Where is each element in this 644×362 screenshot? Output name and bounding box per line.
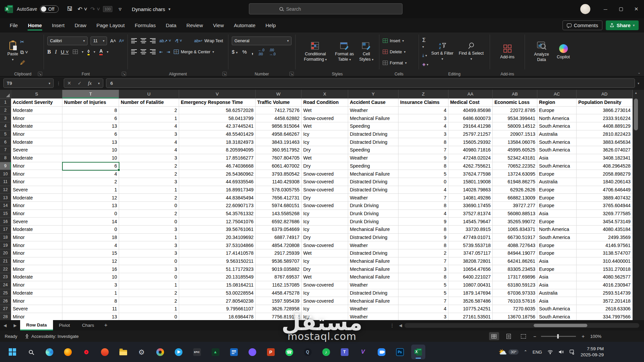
cell-X8[interactable]: Wet: [302, 154, 348, 162]
spotify-icon[interactable]: ♪: [319, 345, 333, 359]
cell-U3[interactable]: 1: [119, 114, 179, 122]
cell-Y4[interactable]: Speeding: [348, 122, 398, 130]
column-header-X[interactable]: X: [302, 90, 348, 99]
cell-AA24[interactable]: 10807.00431: [448, 281, 493, 289]
expand-formula-bar-icon[interactable]: ▾: [638, 81, 641, 85]
weather-widget[interactable]: ⛅30°: [498, 349, 518, 355]
confirm-entry-icon[interactable]: ✓: [77, 80, 82, 86]
cell-AB24[interactable]: 63180.59123: [493, 281, 537, 289]
cell-AB11[interactable]: 61948.86275: [493, 178, 537, 186]
cell-Y14[interactable]: Drunk Driving: [348, 202, 398, 210]
cell-T26[interactable]: 8: [62, 297, 119, 305]
bold-button[interactable]: B: [47, 49, 51, 55]
cell-T16[interactable]: 14: [62, 218, 119, 226]
cell-AC19[interactable]: Europe: [537, 241, 577, 249]
powerpoint-icon[interactable]: P: [264, 345, 278, 359]
font-size-select[interactable]: 11▾: [91, 37, 107, 45]
cell-AA5[interactable]: 25797.21257: [448, 130, 493, 138]
cell-AD24[interactable]: 4016.230947: [577, 281, 633, 289]
photoshop-icon[interactable]: Ps: [393, 345, 407, 359]
cell-W19[interactable]: 4854.720808: [256, 241, 302, 249]
search-icon[interactable]: [24, 345, 38, 359]
cell-U16[interactable]: 0: [119, 218, 179, 226]
cell-Z2[interactable]: 4: [398, 107, 448, 115]
cell-Z7[interactable]: 7: [398, 146, 448, 154]
cell-AC14[interactable]: Europe: [537, 202, 577, 210]
cell-V5[interactable]: 48.55401429: [179, 130, 256, 138]
cell-V15[interactable]: 54.35761332: [179, 210, 256, 218]
cell-T8[interactable]: 10: [62, 154, 119, 162]
cell-AC6[interactable]: South America: [537, 138, 577, 146]
cell-X22[interactable]: Dry: [302, 265, 348, 273]
cell-Y28[interactable]: Weather: [348, 313, 398, 320]
menu-tab-formulas[interactable]: Formulas: [130, 19, 160, 31]
cell-U17[interactable]: 3: [119, 226, 179, 234]
scroll-up-icon[interactable]: ▲: [633, 90, 639, 96]
fill-color-icon[interactable]: ⬨: [88, 49, 90, 55]
customize-qat-icon[interactable]: ▿: [114, 6, 126, 13]
top-align-icon[interactable]: [131, 38, 137, 44]
cell-AD20[interactable]: 3138.574707: [577, 249, 633, 257]
cell-W5[interactable]: 4958.646267: [256, 130, 302, 138]
cell-T21[interactable]: 12: [62, 257, 119, 265]
start-icon[interactable]: [5, 345, 19, 359]
menu-tab-insert[interactable]: Insert: [48, 19, 69, 31]
cell-V19[interactable]: 37.53104866: [179, 241, 256, 249]
cell-Y3[interactable]: Mechanical Failure: [348, 114, 398, 122]
cell-AB16[interactable]: 35265.99072: [493, 218, 537, 226]
zoom-slider-thumb[interactable]: [557, 334, 559, 339]
search-input[interactable]: Search: [249, 3, 402, 14]
cell-W4[interactable]: 9856.915064: [256, 122, 302, 130]
cell-X1[interactable]: Road Condition: [302, 99, 348, 107]
share-button[interactable]: Share▾: [606, 20, 639, 30]
italic-button[interactable]: I: [55, 49, 57, 55]
column-header-Z[interactable]: Z: [398, 90, 448, 99]
cell-AB6[interactable]: 13584.06076: [493, 138, 537, 146]
row-header-3[interactable]: 3: [0, 114, 11, 122]
autosave-toggle[interactable]: Off: [40, 5, 59, 13]
cell-Z9[interactable]: 8: [398, 162, 448, 170]
horizontal-scrollbar[interactable]: [405, 323, 639, 328]
grow-font-icon[interactable]: A˄: [110, 38, 116, 44]
cell-Z14[interactable]: 8: [398, 202, 448, 210]
cell-Z6[interactable]: 8: [398, 138, 448, 146]
cell-S11[interactable]: Minor: [11, 178, 62, 186]
cell-AC8[interactable]: Asia: [537, 154, 577, 162]
cell-Y13[interactable]: Weather: [348, 194, 398, 202]
cell-U14[interactable]: 0: [119, 202, 179, 210]
cell-S9[interactable]: Minor: [11, 162, 62, 170]
cell-V2[interactable]: 58.62572028: [179, 107, 256, 115]
cell-T3[interactable]: 6: [62, 114, 119, 122]
cell-U2[interactable]: 2: [119, 107, 179, 115]
cell-X9[interactable]: Dry: [302, 162, 348, 170]
zoom-slider[interactable]: [541, 336, 576, 337]
cell-Y2[interactable]: Weather: [348, 107, 398, 115]
column-header-AB[interactable]: AB: [493, 90, 537, 99]
cell-AB25[interactable]: 67036.97333: [493, 289, 537, 297]
cell-Y25[interactable]: Distracted Driving: [348, 289, 398, 297]
cell-Z10[interactable]: 5: [398, 170, 448, 178]
cell-AB23[interactable]: 17317.69896: [493, 273, 537, 281]
menu-tab-view[interactable]: View: [209, 19, 228, 31]
cell-V4[interactable]: 42.37445241: [179, 122, 256, 130]
cell-AC12[interactable]: Europe: [537, 186, 577, 194]
menu-tab-home[interactable]: Home: [23, 19, 46, 31]
cell-U15[interactable]: 2: [119, 210, 179, 218]
cell-Y17[interactable]: Mechanical Failure: [348, 226, 398, 234]
row-header-10[interactable]: 10: [0, 170, 11, 178]
cell-Y1[interactable]: Accident Cause: [348, 99, 398, 107]
format-as-table-button[interactable]: Format as Table ▾: [332, 35, 357, 69]
cell-V13[interactable]: 44.83845494: [179, 194, 256, 202]
column-header-S[interactable]: S: [11, 90, 62, 99]
cell-S8[interactable]: Moderate: [11, 154, 62, 162]
vertical-scrollbar[interactable]: ▲: [633, 90, 639, 320]
telegram-icon[interactable]: [171, 345, 185, 359]
cell-U24[interactable]: 1: [119, 281, 179, 289]
cell-X18[interactable]: Dry: [302, 234, 348, 242]
menu-tab-draw[interactable]: Draw: [70, 19, 91, 31]
row-header-1[interactable]: 1: [0, 99, 11, 107]
cell-W21[interactable]: 9536.589707: [256, 257, 302, 265]
notes-app-icon[interactable]: [227, 345, 241, 359]
cell-Z13[interactable]: 7: [398, 194, 448, 202]
cell-AC20[interactable]: Europe: [537, 249, 577, 257]
